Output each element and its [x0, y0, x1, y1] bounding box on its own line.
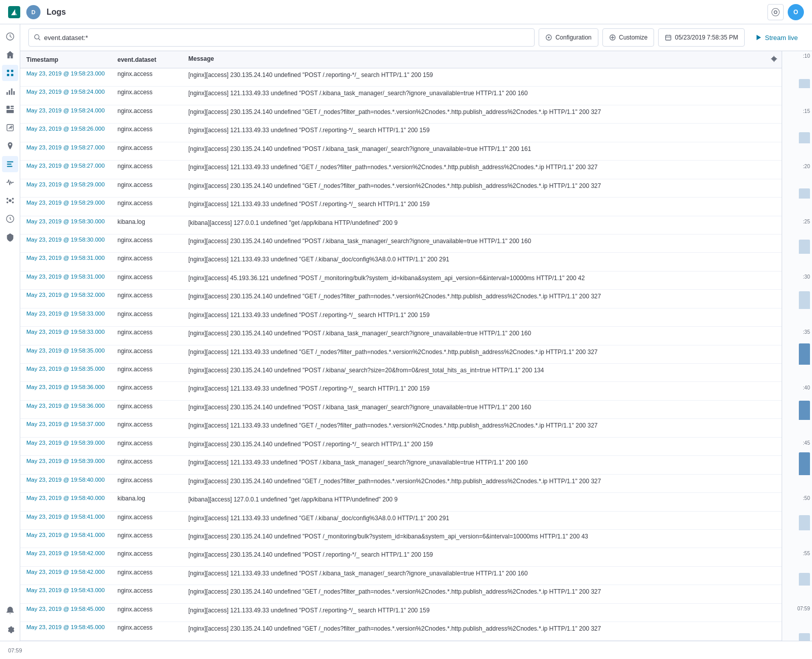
table-row[interactable]: May 23, 2019 @ 19:58:35.000 nginx.access…: [20, 364, 782, 382]
cell-dataset: nginx.access: [111, 68, 182, 87]
cell-timestamp: May 23, 2019 @ 19:58:41.000: [20, 529, 111, 548]
cell-message: [nginx][access] 230.135.24.140 undefined…: [182, 290, 782, 308]
sidebar-item-maps[interactable]: [2, 138, 18, 154]
table-row[interactable]: May 23, 2019 @ 19:58:40.000 nginx.access…: [20, 474, 782, 492]
sidebar-item-logs[interactable]: [2, 156, 18, 172]
table-row[interactable]: May 23, 2019 @ 19:58:41.000 nginx.access…: [20, 529, 782, 548]
timeline-bar[interactable]: [799, 132, 810, 143]
table-row[interactable]: May 23, 2019 @ 19:58:35.000 nginx.access…: [20, 345, 782, 363]
date-label: 05/23/2019 7:58:35 PM: [675, 34, 738, 41]
timeline-bar[interactable]: [799, 291, 810, 309]
table-row[interactable]: May 23, 2019 @ 19:58:45.000 nginx.access…: [20, 622, 782, 641]
cell-message: [nginx][access] 230.135.24.140 undefined…: [182, 364, 782, 382]
sidebar-item-visualize[interactable]: [2, 83, 18, 99]
table-row[interactable]: May 23, 2019 @ 19:58:39.000 nginx.access…: [20, 437, 782, 455]
timeline-bar[interactable]: [799, 452, 810, 475]
table-row[interactable]: May 23, 2019 @ 19:58:32.000 nginx.access…: [20, 290, 782, 308]
table-row[interactable]: May 23, 2019 @ 19:58:36.000 nginx.access…: [20, 400, 782, 418]
user-avatar[interactable]: O: [788, 4, 804, 20]
column-settings-icon[interactable]: [770, 55, 778, 64]
page-title: Logs: [47, 8, 761, 17]
table-row[interactable]: May 23, 2019 @ 19:58:26.000 nginx.access…: [20, 124, 782, 142]
configuration-button[interactable]: Configuration: [539, 28, 598, 47]
svg-rect-7: [11, 89, 12, 95]
sidebar-item-dashboard[interactable]: [2, 101, 18, 118]
table-row[interactable]: May 23, 2019 @ 19:58:27.000 nginx.access…: [20, 161, 782, 179]
svg-rect-3: [7, 74, 9, 76]
timeline-bar[interactable]: [799, 188, 810, 199]
table-row[interactable]: May 23, 2019 @ 19:58:29.000 nginx.access…: [20, 198, 782, 216]
table-row[interactable]: May 23, 2019 @ 19:58:33.000 nginx.access…: [20, 327, 782, 345]
stream-live-button[interactable]: Stream live: [749, 28, 804, 47]
configuration-icon: [545, 34, 552, 41]
cell-message: [nginx][access] 230.135.24.140 undefined…: [182, 68, 782, 87]
cell-dataset: kibana.log: [111, 216, 182, 234]
table-row[interactable]: May 23, 2019 @ 19:58:36.000 nginx.access…: [20, 382, 782, 400]
table-row[interactable]: May 23, 2019 @ 19:58:43.000 nginx.access…: [20, 585, 782, 603]
timeline-bar[interactable]: [799, 515, 810, 530]
timeline-bar[interactable]: [799, 633, 810, 641]
timeline-bar[interactable]: [799, 401, 810, 420]
date-picker-button[interactable]: 05/23/2019 7:58:35 PM: [658, 28, 745, 47]
sidebar-item-apm[interactable]: [2, 174, 18, 190]
table-row[interactable]: May 23, 2019 @ 19:58:42.000 nginx.access…: [20, 566, 782, 585]
cell-message: [nginx][access] 121.133.49.33 undefined …: [182, 87, 782, 105]
table-row[interactable]: May 23, 2019 @ 19:58:40.000 kibana.log […: [20, 493, 782, 511]
timeline-bar[interactable]: [799, 343, 810, 365]
cell-message: [nginx][access] 121.133.49.33 undefined …: [182, 456, 782, 474]
cell-message: [kibana][access] 127.0.0.1 undefined "ge…: [182, 216, 782, 234]
sidebar-item-security[interactable]: [2, 229, 18, 245]
table-row[interactable]: May 23, 2019 @ 19:58:30.000 kibana.log […: [20, 216, 782, 234]
sidebar-item-recent[interactable]: [2, 28, 18, 45]
cell-message: [nginx][access] 230.135.24.140 undefined…: [182, 327, 782, 345]
sidebar-item-alerts[interactable]: [2, 602, 18, 618]
sidebar-item-uptime[interactable]: [2, 211, 18, 227]
cell-message: [nginx][access] 230.135.24.140 undefined…: [182, 105, 782, 123]
table-row[interactable]: May 23, 2019 @ 19:58:30.000 nginx.access…: [20, 234, 782, 252]
table-row[interactable]: May 23, 2019 @ 19:58:45.000 nginx.access…: [20, 603, 782, 622]
timeline-label: :35: [803, 329, 810, 335]
cell-dataset: nginx.access: [111, 364, 182, 382]
table-row[interactable]: May 23, 2019 @ 19:58:39.000 nginx.access…: [20, 456, 782, 474]
table-row[interactable]: May 23, 2019 @ 19:58:31.000 nginx.access…: [20, 253, 782, 271]
cell-message: [nginx][access] 121.133.49.33 undefined …: [182, 124, 782, 142]
sidebar-item-discover[interactable]: [2, 65, 18, 81]
timeline-label: :25: [803, 219, 810, 224]
stream-live-icon: [755, 34, 762, 41]
settings-button[interactable]: [767, 4, 784, 20]
cell-timestamp: May 23, 2019 @ 19:58:45.000: [20, 603, 111, 622]
sidebar-item-canvas[interactable]: [2, 120, 18, 136]
sidebar-item-settings[interactable]: [2, 621, 18, 637]
table-row[interactable]: May 23, 2019 @ 19:58:24.000 nginx.access…: [20, 87, 782, 105]
timeline-bar[interactable]: [799, 79, 810, 88]
timeline-bar[interactable]: [799, 240, 810, 254]
cell-message: [nginx][access] 121.133.49.33 undefined …: [182, 345, 782, 363]
cell-timestamp: May 23, 2019 @ 19:58:41.000: [20, 511, 111, 529]
cell-timestamp: May 23, 2019 @ 19:58:40.000: [20, 493, 111, 511]
table-row[interactable]: May 23, 2019 @ 19:58:33.000 nginx.access…: [20, 308, 782, 326]
sidebar-item-home[interactable]: [2, 47, 18, 63]
cell-dataset: nginx.access: [111, 87, 182, 105]
table-row[interactable]: May 23, 2019 @ 19:58:31.000 nginx.access…: [20, 271, 782, 289]
search-input[interactable]: [44, 34, 529, 42]
cell-dataset: nginx.access: [111, 622, 182, 641]
table-row[interactable]: May 23, 2019 @ 19:58:37.000 nginx.access…: [20, 419, 782, 437]
cell-message: [nginx][access] 230.135.24.140 undefined…: [182, 437, 782, 455]
table-row[interactable]: May 23, 2019 @ 19:58:29.000 nginx.access…: [20, 179, 782, 197]
table-row[interactable]: May 23, 2019 @ 19:58:42.000 nginx.access…: [20, 548, 782, 566]
cell-dataset: nginx.access: [111, 585, 182, 603]
table-row[interactable]: May 23, 2019 @ 19:58:27.000 nginx.access…: [20, 142, 782, 160]
table-row[interactable]: May 23, 2019 @ 19:58:23.000 nginx.access…: [20, 68, 782, 87]
sidebar-item-ml[interactable]: [2, 192, 18, 209]
customize-button[interactable]: Customize: [602, 28, 655, 47]
table-row[interactable]: May 23, 2019 @ 19:58:24.000 nginx.access…: [20, 105, 782, 123]
top-bar: D Logs O: [0, 0, 812, 24]
table-row[interactable]: May 23, 2019 @ 19:58:41.000 nginx.access…: [20, 511, 782, 529]
search-bar[interactable]: [28, 28, 535, 47]
cell-timestamp: May 23, 2019 @ 19:58:40.000: [20, 474, 111, 492]
timeline-bar[interactable]: [799, 573, 810, 586]
cell-timestamp: May 23, 2019 @ 19:58:27.000: [20, 161, 111, 179]
cell-message: [nginx][access] 121.133.49.33 undefined …: [182, 419, 782, 437]
cell-dataset: nginx.access: [111, 161, 182, 179]
bottom-timestamp: 07:59: [8, 647, 22, 653]
